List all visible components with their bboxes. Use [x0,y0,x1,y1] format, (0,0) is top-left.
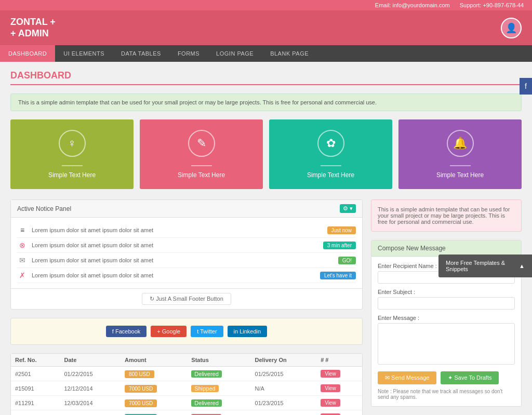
right-column: This is a simple admin template that can… [371,199,522,415]
stat-box-purple: 🔔 Simple Text Here [398,119,522,189]
notice-text-3: Lorem ipsum dolor sit amet ipsum dolor s… [32,257,334,263]
compose-actions: ✉ Send Message ✦ Save To Drafts [378,371,515,384]
stat-label-2: Simple Text Here [178,171,225,179]
stat-icon-bell: 🔔 [447,130,474,157]
stat-label-3: Simple Text Here [307,171,354,179]
right-sidebar: More Free Templates & Snippets ▲ [438,255,532,277]
message-textarea[interactable] [378,323,515,365]
col-amount: Amount [121,354,187,367]
gear-icon[interactable]: ⚙ ▾ [340,204,356,213]
notice-icon-3: ✉ [17,256,28,264]
main-content: DASHBOARD This is a simple admin templat… [0,62,532,415]
nav-dashboard[interactable]: DASHBOARD [0,45,55,62]
social-panel: f Facebook + Google t Twitter in Linkedi… [10,318,363,345]
nav-data-tables[interactable]: DATA TABLES [113,45,169,62]
snippets-label: More Free Templates & Snippets [446,260,519,272]
view-button[interactable]: View [321,370,340,378]
nav-login-page[interactable]: LOGIN PAGE [208,45,262,62]
stat-divider-1 [62,165,83,166]
save-draft-button[interactable]: ✦ Save To Drafts [441,371,499,384]
row-amount: 800 USD [121,367,187,381]
amount-badge: 800 USD [125,370,154,378]
row-ref: #1808 [11,410,60,415]
top-bar: Email: info@yourdomain.com Support: +90-… [0,0,532,10]
notice-icon-4: ✗ [17,271,28,279]
notice-panel-footer: ↻ Just A Small Footer Button [11,288,362,309]
notice-badge-4: Let's have it [320,272,356,279]
row-action: View [316,367,362,381]
stat-boxes: ♀ Simple Text Here ✎ Simple Text Here ✿ … [10,119,522,189]
nav-forms[interactable]: FORMS [169,45,208,62]
row-amount: 2000 USD [121,410,187,415]
nav-blank-page[interactable]: BLANK PAGE [262,45,317,62]
view-button[interactable]: View [321,384,340,392]
row-status: Shipped [187,381,250,396]
row-ref: #11291 [11,396,60,410]
row-delivery: 01/23/2015 [251,396,317,410]
linkedin-button[interactable]: in Linkedin [228,326,268,337]
table-row: #15091 12/12/2014 7000 USD Shipped N/A V… [11,381,362,396]
footer-button[interactable]: ↻ Just A Small Footer Button [142,293,231,305]
notice-panel: Active Notice Panel ⚙ ▾ ≡ Lorem ipsum do… [10,199,363,310]
row-status: Delivered [187,396,250,410]
col-ref: Ref. No. [11,354,60,367]
row-date: 12/12/2014 [60,381,121,396]
facebook-icon: f [525,82,527,90]
facebook-float[interactable]: f [520,78,532,95]
row-delivery: N/A [251,410,317,415]
page-title: DASHBOARD [10,70,522,85]
twitter-button[interactable]: t Twitter [191,326,223,337]
notice-text-4: Lorem ipsum dolor sit amet ipsum dolor s… [32,272,316,278]
nav-ui-elements[interactable]: UI ELEMENTS [55,45,113,62]
stat-icon-female: ♀ [59,130,86,157]
notice-item-3: ✉ Lorem ipsum dolor sit amet ipsum dolor… [17,253,356,268]
brand-text: ZONTAL + + ADMIN [10,17,56,39]
row-status: Delivered [187,367,250,381]
table-panel: Ref. No. Date Amount Status Delivery On … [10,353,363,415]
avatar[interactable]: 👤 [501,18,522,38]
col-delivery: Delivery On [251,354,317,367]
stat-icon-edit: ✎ [188,130,215,157]
row-date: 11/10/2014 [60,410,121,415]
header: ZONTAL + + ADMIN 👤 [0,10,532,45]
notice-badge-3: GO! [338,257,356,264]
stat-label-4: Simple Text Here [436,171,484,179]
brand: ZONTAL + + ADMIN [10,17,56,39]
table-row: #11291 12/03/2014 7000 USD Delivered 01/… [11,396,362,410]
info-alert-top: This is a simple admin template that can… [10,93,522,111]
view-button[interactable]: View [321,399,340,407]
notice-badge-2: 3 min after [323,242,356,249]
google-button[interactable]: + Google [151,326,187,337]
compose-body: Enter Recipient Name : Enter Subject : E… [371,257,521,406]
notice-text-2: Lorem ipsum dolor sit amet ipsum dolor s… [32,242,319,248]
notice-panel-title: Active Notice Panel [17,205,71,212]
row-action: View [316,381,362,396]
stat-icon-flower: ✿ [317,130,344,157]
row-ref: #2501 [11,367,60,381]
row-action: View [316,396,362,410]
col-actions: # # [316,354,362,367]
stat-box-teal: ✿ Simple Text Here [269,119,392,189]
support-value: +90-897-678-44 [483,2,524,8]
col-date: Date [60,354,121,367]
notice-text-1: Lorem ipsum dolor sit amet ipsum dolor s… [32,227,323,233]
stat-box-red: ✎ Simple Text Here [140,119,263,189]
notice-item-1: ≡ Lorem ipsum dolor sit amet ipsum dolor… [17,223,356,238]
notice-icon-1: ≡ [17,226,28,234]
notice-panel-header: Active Notice Panel ⚙ ▾ [11,200,362,218]
row-status: Returned [187,410,250,415]
message-label: Enter Message : [378,315,515,321]
subject-group: Enter Subject : [378,289,515,310]
orders-table: Ref. No. Date Amount Status Delivery On … [11,354,362,415]
snippets-button[interactable]: More Free Templates & Snippets ▲ [438,255,532,277]
two-col-layout: Active Notice Panel ⚙ ▾ ≡ Lorem ipsum do… [10,199,522,415]
facebook-button[interactable]: f Facebook [106,326,147,337]
table-row: #1808 11/10/2014 2000 USD Returned N/A V… [11,410,362,415]
notice-item-2: ⊗ Lorem ipsum dolor sit amet ipsum dolor… [17,238,356,253]
row-action: View [316,410,362,415]
subject-input[interactable] [378,297,515,310]
send-message-button[interactable]: ✉ Send Message [378,371,436,384]
notice-icon-2: ⊗ [17,241,28,249]
chevron-up-icon: ▲ [519,263,525,269]
email-value: info@yourdomain.com [392,2,449,8]
